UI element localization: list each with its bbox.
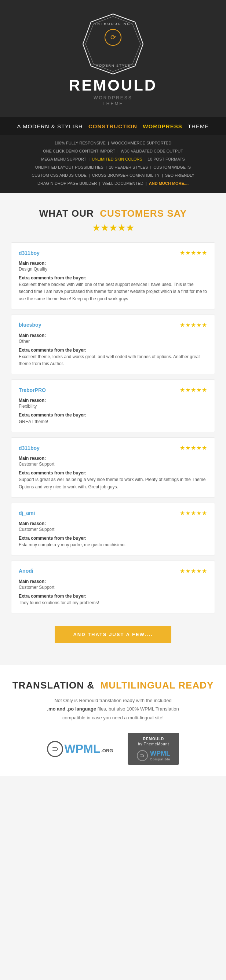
- review-header: bluesboy ★★★★★: [19, 321, 207, 328]
- review-stars: ★★★★★: [180, 387, 207, 393]
- feature-16: AND MUCH MORE....: [149, 181, 189, 186]
- review-stars: ★★★★★: [180, 249, 207, 256]
- main-reason-label: Main reason:: [19, 261, 207, 266]
- review-header: d311boy ★★★★★: [19, 444, 207, 451]
- reviewer-name: Anodi: [19, 568, 33, 574]
- translation-mo-po: .mo and .po language: [47, 706, 96, 712]
- wpml-org-logo: ⊃ WPML .ORG: [47, 741, 113, 757]
- cta-button[interactable]: AND THATS JUST A FEW....: [55, 626, 171, 643]
- rating-stars: ★★★★★: [11, 222, 215, 234]
- wpml-compatible-badge: REMOULD by ThemeMount ⊃ WPML Compatible: [128, 733, 179, 765]
- review-card: bluesboy ★★★★★ Main reason: Other Extra …: [11, 315, 215, 374]
- review-comment: Excellent theme backed with with one of …: [19, 281, 207, 302]
- feature-9: 10 HEADER STYLES: [109, 165, 148, 169]
- wpml-badge-circle-icon: ⊃: [137, 750, 148, 761]
- hero-section: INTRODUCING ⟳ MODERN STYLE REMOULD WORDP…: [0, 0, 226, 117]
- feature-7: 10 POST FORMATS: [148, 157, 185, 161]
- review-comment: GREAT theme!: [19, 418, 207, 425]
- extra-label: Extra comments from the buyer:: [19, 412, 207, 418]
- feature-1: 100% FULLY RESPONSIVE: [55, 141, 106, 145]
- main-reason-label: Main reason:: [19, 456, 207, 461]
- review-stars: ★★★★★: [180, 444, 207, 451]
- main-reason-label: Main reason:: [19, 521, 207, 526]
- translation-desc-line1: Not Only is Remould translation ready wi…: [54, 698, 171, 703]
- tagline-prefix: A MODERN & STYLISH: [17, 123, 83, 129]
- feature-8: UNLIMITED LAYOUT POSSIBILITIES: [35, 165, 103, 169]
- customers-title-prefix: WHAT OUR: [39, 208, 94, 219]
- customers-title: WHAT OUR CUSTOMERS SAY: [11, 208, 215, 219]
- brand-name: REMOULD: [7, 77, 219, 94]
- reviewer-name: d311boy: [19, 445, 40, 451]
- review-stars: ★★★★★: [180, 510, 207, 517]
- customers-section: WHAT OUR CUSTOMERS SAY ★★★★★ d311boy ★★★…: [0, 193, 226, 665]
- wpml-org-label: .ORG: [101, 748, 113, 753]
- feature-2: WOOCOMMERCE SUPPORTED: [111, 141, 171, 145]
- review-header: d311boy ★★★★★: [19, 249, 207, 256]
- extra-label: Extra comments from the buyer:: [19, 470, 207, 476]
- translation-title-highlight: MULTILINGUAL READY: [100, 680, 214, 691]
- feature-11: CUSTOM CSS AND JS CODE: [32, 173, 87, 177]
- review-header: dj_ami ★★★★★: [19, 510, 207, 517]
- review-card: d311boy ★★★★★ Main reason: Customer Supp…: [11, 438, 215, 497]
- cta-wrapper: AND THATS JUST A FEW....: [11, 619, 215, 654]
- feature-10: CUSTOM WIDGETS: [153, 165, 191, 169]
- main-reason-label: Main reason:: [19, 398, 207, 403]
- translation-desc-line3: compatible in case you need a multi-ling…: [62, 715, 164, 721]
- wpml-badge-top-text: REMOULD by ThemeMount: [133, 737, 174, 747]
- wpml-compatible-sub: Compatible: [150, 757, 170, 761]
- hero-sub1: WORDPRESS: [7, 95, 219, 100]
- review-stars: ★★★★★: [180, 568, 207, 574]
- reviewer-name: dj_ami: [19, 510, 35, 516]
- hero-sub2: THEME: [7, 101, 219, 106]
- feature-13: SEO FRIENDLY: [165, 173, 194, 177]
- wpml-circle-icon: ⊃: [47, 741, 63, 757]
- review-card: dj_ami ★★★★★ Main reason: Customer Suppo…: [11, 503, 215, 555]
- review-card: TreborPRO ★★★★★ Main reason: Flexibility…: [11, 379, 215, 432]
- feature-5: MEGA MENU SUPPORT: [41, 157, 86, 161]
- main-reason-value: Customer Support: [19, 585, 207, 590]
- features-row2: ONE CLICK DEMO CONTENT IMPORT | W3C VALI…: [7, 147, 219, 155]
- translation-section: TRANSLATION & MULTILINGUAL READY Not Onl…: [0, 665, 226, 776]
- badge-remould: REMOULD: [143, 737, 164, 741]
- features-row1: 100% FULLY RESPONSIVE | WOOCOMMERCE SUPP…: [7, 139, 219, 147]
- review-comment: Support is great as well as being a very…: [19, 476, 207, 490]
- tagline-suffix: THEME: [188, 123, 209, 129]
- wpml-compatible-text-group: WPML Compatible: [150, 750, 170, 761]
- feature-14: DRAG-N-DROP PAGE BUILDER: [37, 181, 97, 186]
- review-stars: ★★★★★: [180, 321, 207, 328]
- main-reason-label: Main reason:: [19, 333, 207, 338]
- features-row5: CUSTOM CSS AND JS CODE | CROSS BROWSER C…: [7, 171, 219, 179]
- main-reason-value: Customer Support: [19, 527, 207, 532]
- translation-title-prefix: TRANSLATION &: [13, 680, 94, 691]
- badge-by: by ThemeMount: [138, 742, 169, 746]
- svg-text:⟳: ⟳: [110, 34, 116, 41]
- review-card: d311boy ★★★★★ Main reason: Design Qualit…: [11, 242, 215, 309]
- brand-badge: INTRODUCING ⟳ MODERN STYLE: [80, 11, 146, 77]
- review-header: Anodi ★★★★★: [19, 568, 207, 574]
- main-reason-value: Design Quality: [19, 267, 207, 272]
- review-comment: They found solutions for all my problems…: [19, 600, 207, 606]
- feature-12: CROSS BROWSER COMPATIBILITY: [92, 173, 159, 177]
- svg-text:MODERN STYLE: MODERN STYLE: [95, 64, 130, 67]
- extra-label: Extra comments from the buyer:: [19, 536, 207, 541]
- review-card: Anodi ★★★★★ Main reason: Customer Suppor…: [11, 561, 215, 613]
- review-comment: Excellent theme, looks and works great, …: [19, 353, 207, 368]
- translation-desc-line2: files, but also 100% WPML Translation: [97, 706, 179, 712]
- main-reason-value: Flexibility: [19, 404, 207, 409]
- reviewer-name: bluesboy: [19, 322, 41, 328]
- extra-label: Extra comments from the buyer:: [19, 275, 207, 280]
- feature-3: ONE CLICK DEMO CONTENT IMPORT: [43, 149, 115, 153]
- main-reason-label: Main reason:: [19, 579, 207, 584]
- extra-label: Extra comments from the buyer:: [19, 593, 207, 599]
- svg-text:INTRODUCING: INTRODUCING: [95, 22, 131, 25]
- translation-title: TRANSLATION & MULTILINGUAL READY: [11, 680, 215, 691]
- review-comment: Esta muy completa y muy padre, me gusto …: [19, 541, 207, 549]
- feature-15: WELL DOCUMENTED: [102, 181, 143, 186]
- tagline-highlight2: WORDPRESS: [143, 123, 182, 129]
- features-section: 100% FULLY RESPONSIVE | WOOCOMMERCE SUPP…: [0, 135, 226, 193]
- translation-description: Not Only is Remould translation ready wi…: [11, 696, 215, 722]
- feature-4: W3C VALIDATED CODE OUTPUT: [121, 149, 183, 153]
- main-reason-value: Customer Support: [19, 461, 207, 467]
- logos-row: ⊃ WPML .ORG REMOULD by ThemeMount ⊃ WPML…: [11, 733, 215, 765]
- tagline: A MODERN & STYLISH CONSTRUCTION WORDPRES…: [7, 123, 219, 129]
